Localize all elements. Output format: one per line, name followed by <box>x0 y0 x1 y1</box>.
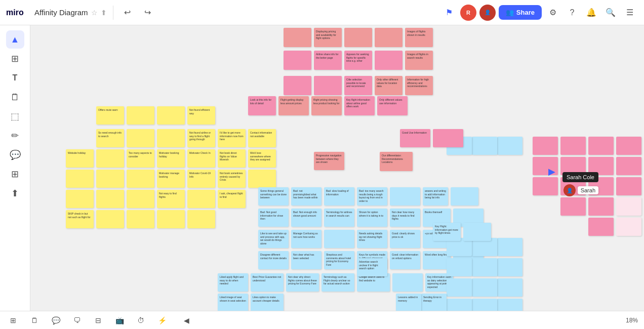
sticky-note[interactable]: Motivator Covid-19 Info <box>187 170 215 188</box>
sticky-note[interactable]: Like to see and take up and process with… <box>258 230 289 248</box>
sticky-note[interactable] <box>157 129 185 147</box>
sticky-note[interactable] <box>157 106 185 125</box>
sticky-note[interactable] <box>324 230 354 248</box>
sticky-note[interactable]: Shown for option where it is taking in t… <box>357 209 387 227</box>
sticky-note[interactable]: Key Flight: information get more by flig… <box>433 223 461 241</box>
sticky-tool[interactable]: 🗒 <box>6 88 24 106</box>
sticky-note[interactable]: Motivator booking holiday <box>157 149 185 168</box>
sticky-note[interactable] <box>497 299 522 311</box>
sticky-note[interactable]: Manage Confusing as not sure how works <box>291 230 321 248</box>
sticky-note[interactable]: Lessons added in memory <box>396 294 421 311</box>
sticky-note[interactable]: So need enough info to search <box>96 129 124 147</box>
flag-icon[interactable]: ⚑ <box>441 5 457 21</box>
sticky-note[interactable]: Not found airline or way to find a fligh… <box>187 129 215 147</box>
sticky-note[interactable] <box>375 51 402 70</box>
sticky-note[interactable] <box>390 187 420 205</box>
sticky-note[interactable]: Not clear what has been selected <box>291 251 321 269</box>
sticky-note[interactable] <box>127 106 154 125</box>
sticky-note[interactable] <box>588 218 614 236</box>
timer-tool-bottom[interactable]: ⏱ <box>134 313 148 327</box>
sticky-note[interactable]: Good Use Information <box>400 129 430 147</box>
sticky-note[interactable]: Needs asking details eg not showing flig… <box>357 230 387 248</box>
sticky-note[interactable]: Disagree different contact for more deta… <box>258 251 289 269</box>
sticky-note[interactable]: Only different values use information <box>377 96 408 115</box>
sticky-note[interactable]: Skepitous and comments about hotel prici… <box>324 251 354 269</box>
text-tool[interactable]: T <box>6 69 24 87</box>
sticky-note[interactable]: Offers route warn <box>96 106 124 125</box>
share-button[interactable]: 👥 Share <box>499 5 542 20</box>
pen-tool[interactable]: ✏ <box>6 127 24 145</box>
sticky-note[interactable] <box>497 238 522 256</box>
sticky-note[interactable] <box>284 28 311 47</box>
sticky-note[interactable]: Likes option to make account cheaper det… <box>251 294 284 311</box>
sticky-note[interactable] <box>588 197 614 216</box>
sticky-note[interactable] <box>497 137 522 155</box>
star-icon[interactable]: ☆ <box>91 9 98 17</box>
sticky-note[interactable] <box>127 190 154 208</box>
sticky-note[interactable]: Not found efficient way <box>187 106 215 125</box>
sticky-note[interactable] <box>447 278 472 297</box>
sticky-note[interactable] <box>375 28 402 47</box>
sticky-note[interactable] <box>472 137 497 155</box>
sticky-note[interactable] <box>451 187 478 205</box>
sticky-note[interactable]: Flight getting display less amount price… <box>278 96 309 115</box>
sticky-note[interactable]: I ask, cheapest flight to find <box>218 190 246 208</box>
sticky-note[interactable] <box>616 177 641 195</box>
sticky-note[interactable]: Good: clear information on refund option… <box>390 251 420 269</box>
sticky-note[interactable] <box>616 218 641 236</box>
sticky-note[interactable] <box>447 299 472 311</box>
search-icon[interactable]: 🔍 <box>602 5 619 21</box>
board-title[interactable]: Affinity Diagram <box>34 8 88 17</box>
sticky-note[interactable] <box>127 170 154 188</box>
sticky-note[interactable] <box>96 190 124 208</box>
sticky-note[interactable] <box>433 129 463 147</box>
sticky-note[interactable] <box>616 197 641 216</box>
sticky-note[interactable]: Bad: Not enough info shown good amount <box>291 209 321 227</box>
sticky-note[interactable] <box>284 76 311 95</box>
sticky-note[interactable] <box>497 258 522 276</box>
sticky-note[interactable] <box>533 177 558 195</box>
sticky-note[interactable] <box>127 129 154 147</box>
sticky-note[interactable] <box>96 149 124 168</box>
sticky-note[interactable]: Airline share info for the better page <box>314 51 342 70</box>
sticky-note[interactable]: Key flight information about airline goo… <box>344 96 375 115</box>
comment-tool-bottom[interactable]: 💬 <box>49 313 63 327</box>
share-icon[interactable]: ⬆ <box>101 9 107 17</box>
comment-tool[interactable]: 💬 <box>6 146 24 164</box>
sticky-note[interactable] <box>472 278 497 297</box>
sticky-note[interactable]: I'd like to get more information now fro… <box>218 129 246 147</box>
sticky-note[interactable] <box>284 51 311 70</box>
sticky-note[interactable]: Not clear how many days it needs to find… <box>390 209 420 227</box>
sticky-note[interactable] <box>616 137 641 155</box>
crop-tool[interactable]: ⊞ <box>6 165 24 183</box>
sticky-note[interactable]: Sending Error in therapy <box>421 294 447 311</box>
sticky-note[interactable]: Too many aspects to consider <box>127 149 154 168</box>
sticky-note[interactable]: Images of flights shown in results <box>405 28 433 47</box>
sticky-note[interactable] <box>588 137 614 155</box>
sticky-note[interactable]: Website holiday <box>66 149 94 168</box>
sticky-note[interactable] <box>616 157 641 175</box>
sticky-note[interactable]: Not book direct flights on Value Moreish <box>218 149 246 168</box>
sticky-note[interactable] <box>344 28 372 47</box>
sticky-note[interactable]: Our differentiator: Recommendations Loca… <box>380 152 413 171</box>
sticky-note[interactable]: Progressive navigation between where the… <box>314 152 344 170</box>
sticky-note[interactable] <box>96 170 124 188</box>
sticky-note[interactable]: Bad: not promising/ideal what has been m… <box>291 187 321 205</box>
sticky-note[interactable]: Cilte selection possible to locate and r… <box>344 76 372 95</box>
sticky-note[interactable] <box>157 210 185 228</box>
sticky-note[interactable] <box>463 223 491 241</box>
help-icon[interactable]: ? <box>564 5 580 21</box>
sticky-note[interactable] <box>66 170 94 188</box>
sticky-note[interactable] <box>560 197 586 216</box>
sticky-note[interactable]: Appears for seeking flights for specific… <box>344 51 372 70</box>
sticky-note[interactable]: Images of flights in search results <box>405 51 433 70</box>
sticky-note[interactable]: Look at this info for lots of detail <box>248 96 276 115</box>
sticky-note[interactable] <box>472 299 497 311</box>
sticky-note[interactable] <box>187 190 215 208</box>
sticky-note[interactable] <box>66 190 94 208</box>
sticky-note[interactable]: We'd love somewhere where they are assig… <box>248 149 276 168</box>
grid-tool[interactable]: ⊞ <box>6 50 24 68</box>
sticky-note[interactable]: Contact information not available <box>248 129 276 147</box>
sticky-note[interactable]: Motivator Check In <box>187 149 215 168</box>
sticky-note[interactable] <box>314 76 342 95</box>
